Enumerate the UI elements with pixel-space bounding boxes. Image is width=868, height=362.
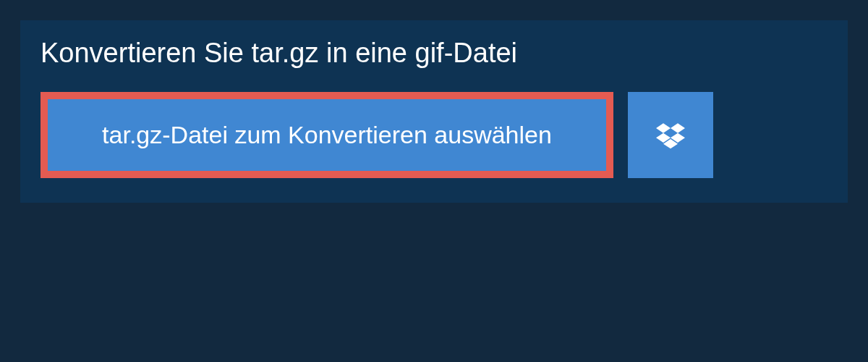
select-file-button[interactable]: tar.gz-Datei zum Konvertieren auswählen	[41, 92, 613, 178]
button-row: tar.gz-Datei zum Konvertieren auswählen	[20, 92, 848, 203]
panel-title: Konvertieren Sie tar.gz in eine gif-Date…	[20, 20, 848, 92]
dropbox-button[interactable]	[628, 92, 713, 178]
converter-panel: Konvertieren Sie tar.gz in eine gif-Date…	[20, 20, 848, 203]
select-file-button-label: tar.gz-Datei zum Konvertieren auswählen	[102, 121, 552, 149]
dropbox-icon	[656, 121, 685, 150]
